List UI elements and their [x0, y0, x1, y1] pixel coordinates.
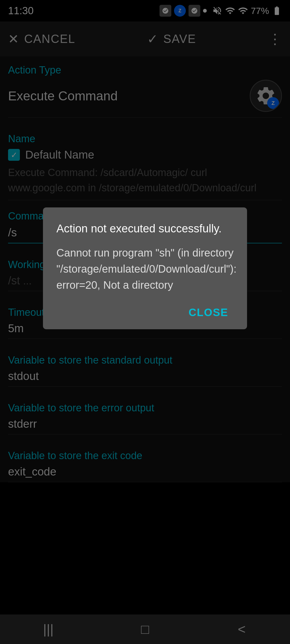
dialog-overlay: Action not executed successfully. Cannot… [0, 0, 290, 644]
dialog-body: Cannot run program "sh" (in directory "/… [56, 245, 234, 293]
dialog-title: Action not executed successfully. [56, 221, 234, 237]
dialog-actions: CLOSE [56, 304, 234, 321]
dialog-close-button[interactable]: CLOSE [183, 304, 234, 321]
error-dialog: Action not executed successfully. Cannot… [43, 207, 247, 329]
